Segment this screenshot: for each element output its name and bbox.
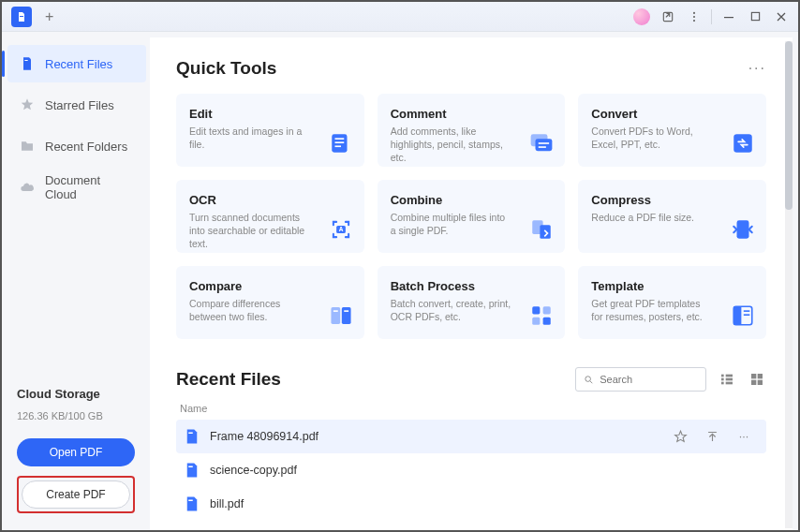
search-box[interactable] bbox=[575, 367, 706, 392]
titlebar: + bbox=[2, 2, 798, 32]
card-convert[interactable]: Convert Convert PDFs to Word, Excel, PPT… bbox=[578, 94, 766, 167]
maximize-button[interactable] bbox=[742, 4, 768, 30]
file-row[interactable]: bill.pdf bbox=[176, 487, 766, 521]
file-name: Frame 48096914.pdf bbox=[210, 430, 669, 443]
sidebar-item-label: Recent Files bbox=[45, 57, 112, 71]
star-file-icon[interactable] bbox=[669, 430, 691, 444]
svg-rect-16 bbox=[733, 134, 752, 153]
card-title: Convert bbox=[591, 107, 753, 121]
svg-rect-13 bbox=[536, 139, 553, 151]
card-title: Template bbox=[591, 279, 753, 293]
svg-rect-7 bbox=[24, 60, 27, 61]
convert-icon bbox=[731, 131, 755, 155]
sidebar-item-recent-files[interactable]: Recent Files bbox=[7, 45, 146, 82]
upload-file-icon[interactable] bbox=[701, 430, 723, 444]
quick-tools-grid: Edit Edit texts and images in a file. Co… bbox=[176, 94, 766, 339]
svg-rect-15 bbox=[539, 146, 546, 148]
svg-rect-31 bbox=[733, 306, 741, 325]
svg-rect-41 bbox=[751, 374, 756, 378]
quick-tools-title: Quick Tools bbox=[176, 58, 276, 79]
file-more-icon[interactable]: ··· bbox=[733, 430, 755, 444]
star-icon bbox=[19, 96, 36, 113]
quick-tools-more-icon[interactable]: ··· bbox=[748, 60, 766, 77]
sidebar-item-starred-files[interactable]: Starred Files bbox=[7, 86, 146, 124]
file-row[interactable]: Frame 48096914.pdf ··· bbox=[176, 420, 766, 453]
svg-rect-5 bbox=[724, 17, 733, 18]
pdf-file-icon bbox=[184, 529, 200, 530]
svg-rect-21 bbox=[737, 220, 749, 239]
pdf-file-icon bbox=[184, 428, 200, 445]
svg-rect-6 bbox=[751, 12, 759, 20]
compare-icon bbox=[329, 303, 353, 328]
svg-rect-40 bbox=[726, 382, 733, 385]
minimize-button[interactable] bbox=[716, 4, 742, 30]
cloud-storage-title: Cloud Storage bbox=[17, 387, 135, 401]
card-desc: Turn scanned documents into searchable o… bbox=[189, 211, 311, 251]
share-icon[interactable] bbox=[655, 4, 681, 30]
card-edit[interactable]: Edit Edit texts and images in a file. bbox=[176, 94, 364, 167]
sidebar-bottom: Cloud Storage 126.36 KB/100 GB Open PDF … bbox=[2, 376, 150, 530]
comment-icon bbox=[529, 131, 554, 155]
new-tab-button[interactable]: + bbox=[45, 8, 53, 25]
svg-rect-44 bbox=[758, 380, 763, 385]
compress-icon bbox=[731, 217, 755, 242]
svg-rect-11 bbox=[334, 145, 341, 147]
cloud-storage-usage: 126.36 KB/100 GB bbox=[17, 410, 135, 421]
svg-rect-45 bbox=[188, 433, 193, 435]
main-content: Quick Tools ··· Edit Edit texts and imag… bbox=[150, 37, 793, 530]
card-title: Comment bbox=[391, 107, 553, 121]
app-logo-icon bbox=[11, 7, 32, 27]
grid-view-button[interactable] bbox=[748, 370, 766, 389]
svg-point-4 bbox=[693, 20, 695, 22]
create-pdf-button[interactable]: Create PDF bbox=[22, 480, 130, 509]
card-ocr[interactable]: OCR Turn scanned documents into searchab… bbox=[176, 180, 364, 253]
open-pdf-button[interactable]: Open PDF bbox=[17, 438, 135, 466]
sidebar-item-document-cloud[interactable]: Document Cloud bbox=[7, 169, 146, 206]
svg-rect-26 bbox=[533, 306, 541, 314]
file-row[interactable]: science-copy.pdf bbox=[176, 453, 766, 487]
card-desc: Combine multiple files into a single PDF… bbox=[391, 211, 512, 237]
svg-rect-37 bbox=[721, 378, 724, 381]
card-compress[interactable]: Compress Reduce a PDF file size. bbox=[578, 180, 766, 253]
card-combine[interactable]: Combine Combine multiple files into a si… bbox=[378, 180, 566, 253]
card-desc: Compare differences between two files. bbox=[189, 297, 311, 323]
sidebar-item-label: Document Cloud bbox=[45, 173, 135, 201]
svg-rect-28 bbox=[533, 318, 541, 325]
pdf-file-icon bbox=[184, 462, 200, 479]
kebab-menu-icon[interactable] bbox=[681, 4, 707, 30]
avatar-icon[interactable] bbox=[629, 4, 655, 30]
svg-rect-10 bbox=[334, 141, 344, 143]
card-compare[interactable]: Compare Compare differences between two … bbox=[176, 266, 364, 339]
column-header-name: Name bbox=[176, 403, 766, 414]
search-input[interactable] bbox=[600, 374, 698, 385]
svg-rect-32 bbox=[744, 310, 750, 312]
card-desc: Batch convert, create, print, OCR PDFs, … bbox=[391, 297, 512, 323]
svg-rect-35 bbox=[721, 375, 724, 377]
file-name: bill.pdf bbox=[210, 497, 759, 510]
svg-rect-14 bbox=[539, 142, 549, 144]
svg-rect-36 bbox=[726, 375, 733, 377]
sidebar: Recent Files Starred Files Recent Folder… bbox=[2, 32, 150, 530]
batch-icon bbox=[529, 303, 554, 328]
ocr-icon: A bbox=[329, 217, 353, 242]
file-icon bbox=[19, 55, 36, 72]
svg-rect-42 bbox=[758, 374, 763, 378]
cloud-icon bbox=[19, 179, 36, 196]
scrollbar-thumb[interactable] bbox=[785, 41, 793, 210]
sidebar-item-recent-folders[interactable]: Recent Folders bbox=[7, 127, 146, 165]
card-title: OCR bbox=[189, 193, 351, 207]
svg-rect-46 bbox=[188, 466, 193, 468]
file-row[interactable] bbox=[176, 521, 766, 530]
card-title: Edit bbox=[189, 107, 351, 121]
list-view-button[interactable] bbox=[718, 370, 736, 389]
svg-rect-25 bbox=[344, 310, 348, 312]
svg-rect-33 bbox=[744, 314, 750, 316]
card-template[interactable]: Template Get great PDF templates for res… bbox=[578, 266, 766, 339]
card-comment[interactable]: Comment Add comments, like highlights, p… bbox=[378, 94, 566, 167]
svg-point-2 bbox=[693, 11, 695, 13]
close-button[interactable] bbox=[768, 4, 794, 30]
search-icon bbox=[584, 374, 594, 386]
card-batch-process[interactable]: Batch Process Batch convert, create, pri… bbox=[378, 266, 566, 339]
pdf-file-icon bbox=[184, 495, 200, 512]
card-desc: Edit texts and images in a file. bbox=[189, 125, 311, 151]
